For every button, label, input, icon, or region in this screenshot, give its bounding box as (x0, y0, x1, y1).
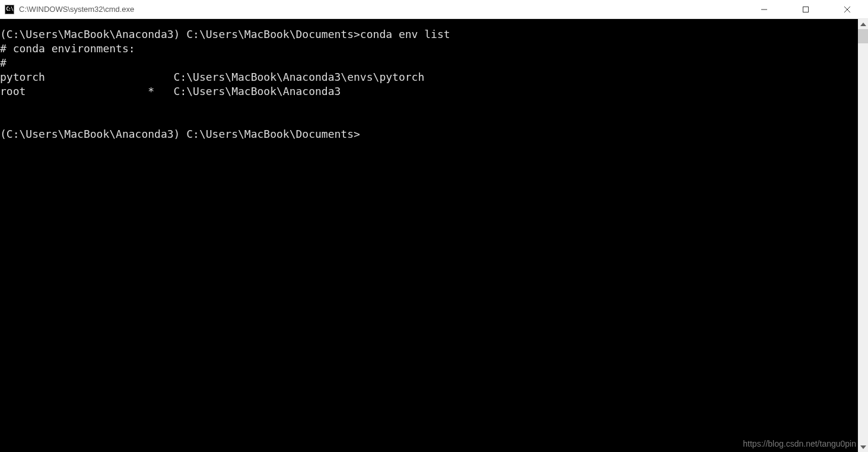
vertical-scrollbar[interactable] (858, 19, 868, 452)
window-title: C:\WINDOWS\system32\cmd.exe (19, 5, 743, 14)
scrollbar-track[interactable] (858, 29, 868, 442)
maximize-icon (803, 7, 809, 12)
scroll-up-button[interactable] (858, 19, 868, 29)
terminal-line: (C:\Users\MacBook\Anaconda3) C:\Users\Ma… (0, 127, 858, 141)
terminal-line: # conda environments: (0, 42, 858, 56)
cmd-icon: C:\ (5, 5, 14, 14)
scroll-down-button[interactable] (858, 442, 868, 452)
scrollbar-thumb[interactable] (858, 29, 868, 43)
chevron-up-icon (860, 23, 866, 26)
svg-rect-1 (803, 7, 809, 12)
terminal-line: pytorch C:\Users\MacBook\Anaconda3\envs\… (0, 70, 858, 84)
chevron-down-icon (860, 445, 866, 449)
terminal-line (0, 113, 858, 127)
cmd-window: C:\ C:\WINDOWS\system32\cmd.exe (C:\User… (0, 0, 868, 452)
terminal-area: (C:\Users\MacBook\Anaconda3) C:\Users\Ma… (0, 19, 868, 452)
close-icon (844, 7, 850, 12)
window-controls (743, 0, 868, 18)
minimize-button[interactable] (743, 0, 785, 18)
maximize-button[interactable] (785, 0, 826, 18)
terminal-line (0, 99, 858, 113)
close-button[interactable] (826, 0, 868, 18)
terminal-line: # (0, 56, 858, 70)
titlebar[interactable]: C:\ C:\WINDOWS\system32\cmd.exe (0, 0, 868, 19)
minimize-icon (761, 7, 767, 12)
terminal-line: root * C:\Users\MacBook\Anaconda3 (0, 84, 858, 99)
terminal-output[interactable]: (C:\Users\MacBook\Anaconda3) C:\Users\Ma… (0, 19, 858, 452)
terminal-line: (C:\Users\MacBook\Anaconda3) C:\Users\Ma… (0, 27, 858, 42)
